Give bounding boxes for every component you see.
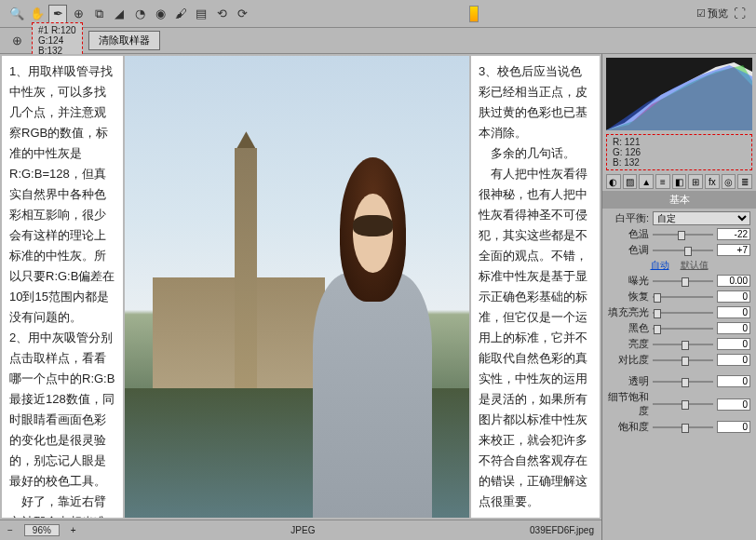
vib-label: 细节饱和度 [608, 390, 649, 418]
clarity-label: 透明 [608, 374, 649, 388]
rotate-cw-icon[interactable]: ⟳ [233, 5, 251, 23]
auto-link[interactable]: 自动 [651, 259, 669, 272]
tab-split-icon[interactable]: ◧ [672, 174, 687, 189]
rotate-ccw-icon[interactable]: ⟲ [212, 5, 231, 23]
zoom-value[interactable]: 96% [24, 524, 60, 536]
clear-samplers-button[interactable]: 清除取样器 [88, 31, 160, 50]
status-bar: − 96% + JPEG 039EFD6F.jpeg [0, 520, 601, 540]
tab-fx-icon[interactable]: fx [705, 174, 720, 189]
panel-tabs: ◐ ▨ ▲ ≡ ◧ ⊞ fx ◎ ≣ [602, 174, 756, 189]
temp-value[interactable]: -22 [717, 228, 750, 240]
tab-detail-icon[interactable]: ▲ [639, 174, 654, 189]
straighten-icon[interactable]: ◢ [110, 5, 128, 23]
contrast-value[interactable]: 0 [717, 354, 750, 366]
section-basic-header: 基本 [602, 191, 756, 209]
eyedropper-icon[interactable]: ✒ [48, 5, 67, 23]
black-slider[interactable] [653, 323, 713, 334]
zoom-out-icon[interactable]: − [7, 525, 13, 535]
tint-label: 色调 [608, 243, 649, 257]
default-link[interactable]: 默认值 [681, 259, 709, 272]
bright-value[interactable]: 0 [717, 338, 750, 350]
vib-slider[interactable] [653, 398, 713, 410]
tab-basic-icon[interactable]: ◐ [606, 174, 621, 189]
file-format: JPEG [88, 525, 519, 535]
tab-curve-icon[interactable]: ▨ [623, 174, 638, 189]
exposure-slider[interactable] [653, 276, 713, 287]
fill-label: 填充亮光 [608, 305, 649, 319]
clarity-value[interactable]: 0 [717, 375, 750, 387]
photo-preview[interactable] [125, 56, 469, 518]
recovery-label: 恢复 [608, 290, 649, 304]
wb-label: 白平衡: [608, 211, 649, 225]
tint-slider[interactable] [653, 245, 713, 256]
temp-label: 色温 [608, 227, 649, 241]
tab-preset-icon[interactable]: ≣ [737, 174, 752, 189]
redeye-icon[interactable]: ◉ [151, 5, 169, 23]
adjustments-panel: R: 121G: 126B: 132 ◐ ▨ ▲ ≡ ◧ ⊞ fx ◎ ≣ 基本… [601, 54, 756, 540]
adjust-brush-icon[interactable]: 🖌 [171, 5, 190, 23]
temp-slider[interactable] [653, 229, 713, 240]
zoom-icon[interactable]: 🔍 [7, 5, 26, 23]
clarity-slider[interactable] [653, 376, 713, 387]
recovery-slider[interactable] [653, 291, 713, 303]
grad-icon[interactable]: ▤ [192, 5, 210, 23]
exposure-label: 曝光 [608, 274, 649, 288]
sat-slider[interactable] [653, 422, 713, 433]
tint-value[interactable]: +7 [717, 244, 750, 256]
sampler-point-icon: ⊕ [7, 32, 26, 50]
bright-label: 亮度 [608, 337, 649, 351]
hand-icon[interactable]: ✋ [28, 5, 47, 23]
zoom-in-icon[interactable]: + [71, 525, 76, 535]
wb-select[interactable]: 自定 [653, 211, 750, 225]
fill-value[interactable]: 0 [717, 306, 750, 318]
black-label: 黑色 [608, 321, 649, 335]
preview-toggle[interactable]: ☑ 预览 [696, 7, 728, 20]
preview-label: 预览 [708, 7, 728, 20]
file-name: 039EFD6F.jpeg [530, 525, 594, 535]
crop-icon[interactable]: ⧉ [89, 5, 108, 23]
canvas-area: 1、用取样吸管寻找中性灰，可以多找几个点，并注意观察RGB的数值，标准的中性灰是… [0, 54, 601, 520]
instruction-text-right: 3、校色后应当说色彩已经相当正点，皮肤过黄的色彩也已基本消除。 多余的几句话。 … [471, 56, 600, 518]
black-value[interactable]: 0 [717, 322, 750, 334]
warning-indicator-icon [469, 6, 479, 22]
spot-icon[interactable]: ◔ [130, 5, 149, 23]
tab-lens-icon[interactable]: ⊞ [688, 174, 703, 189]
sampler-icon[interactable]: ⊕ [69, 5, 88, 23]
fullscreen-icon[interactable]: ⛶ [730, 5, 749, 23]
instruction-text-left: 1、用取样吸管寻找中性灰，可以多找几个点，并注意观察RGB的数值，标准的中性灰是… [2, 56, 123, 518]
contrast-slider[interactable] [653, 355, 713, 366]
bright-slider[interactable] [653, 339, 713, 350]
histogram[interactable] [606, 58, 752, 130]
vib-value[interactable]: 0 [717, 398, 750, 411]
recovery-value[interactable]: 0 [717, 290, 750, 303]
sat-value[interactable]: 0 [717, 421, 750, 433]
tab-hsl-icon[interactable]: ≡ [655, 174, 670, 189]
sat-label: 饱和度 [608, 420, 649, 434]
tab-cal-icon[interactable]: ◎ [722, 174, 736, 189]
main-toolbar: 🔍 ✋ ✒ ⊕ ⧉ ◢ ◔ ◉ 🖌 ▤ ⟲ ⟳ ☑ 预览 ⛶ [0, 0, 756, 28]
sampler-info-row: ⊕ #1 R:120 G:124 B:132 清除取样器 [0, 28, 756, 54]
rgb-readout-2: R: 121G: 126B: 132 [606, 134, 752, 170]
contrast-label: 对比度 [608, 353, 649, 367]
exposure-value[interactable]: 0.00 [717, 275, 750, 287]
fill-slider[interactable] [653, 307, 713, 318]
